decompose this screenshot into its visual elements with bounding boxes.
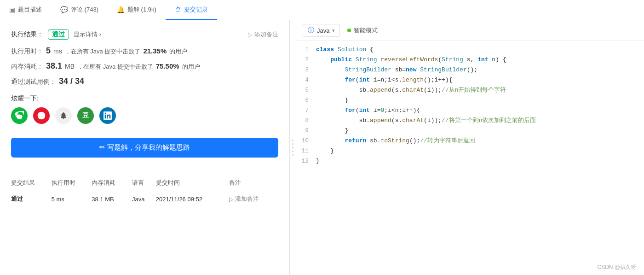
tab-description-label: 题目描述	[18, 6, 42, 14]
line-content: }	[316, 95, 644, 105]
col-header-note: 备注	[229, 176, 278, 190]
info-icon: ⓘ	[308, 26, 314, 35]
memory-value: 38.1	[46, 61, 62, 71]
code-line: 1class Solution {	[295, 45, 644, 55]
code-line: 7 for(int i=0;i<n;i++){	[295, 105, 644, 116]
line-number: 6	[295, 95, 316, 105]
line-content: }	[316, 156, 644, 166]
line-number: 5	[295, 85, 316, 95]
col-header-status: 提交结果	[11, 176, 52, 190]
history-submit-time: 2021/11/26 09:52	[156, 190, 230, 208]
code-line: 6 }	[295, 95, 644, 105]
tab-submissions-label: 提交记录	[184, 6, 208, 14]
douban-icon[interactable]: 豆	[77, 107, 94, 124]
code-line: 4 for(int i=n;i<s.length();i++){	[295, 75, 644, 85]
add-note-button[interactable]: ▷ 添加备注	[248, 30, 278, 39]
memory-beat-pct: 75.50%	[156, 62, 179, 70]
linkedin-icon[interactable]	[99, 107, 116, 124]
time-value: 5	[46, 46, 51, 56]
description-icon: ▣	[9, 6, 15, 13]
right-panel: ⓘ Java ▾ 智能模式 1class Solution {2 public …	[295, 20, 644, 275]
result-detail-link[interactable]: 显示详情 ›	[74, 30, 101, 39]
line-content: for(int i=n;i<s.length();i++){	[316, 75, 644, 85]
col-header-submit-time: 提交时间	[156, 176, 230, 190]
sep-dot-4	[292, 151, 293, 152]
flag-small-icon: ▷	[229, 196, 234, 203]
tab-submissions[interactable]: ⏱ 提交记录	[166, 0, 217, 20]
memory-beat-suffix: 的用户	[182, 63, 200, 71]
line-number: 9	[295, 126, 316, 136]
result-label: 执行结果：	[11, 30, 43, 39]
line-number: 11	[295, 146, 316, 156]
line-content: class Solution {	[316, 45, 644, 55]
code-line: 10 return sb.toString();//转为字符串后返回	[295, 136, 644, 146]
time-label: 执行用时：	[11, 47, 43, 56]
language-selector[interactable]: ⓘ Java ▾	[303, 24, 340, 37]
history-time: 5 ms	[52, 190, 92, 208]
weibo-icon[interactable]: 微	[33, 107, 50, 124]
tab-solutions[interactable]: 🔔 题解 (1.9k)	[108, 0, 166, 20]
code-line: 8 sb.append(s.charAt(i));//将第一个到n依次加到之前的…	[295, 116, 644, 126]
history-section: 提交结果 执行用时 内存消耗 语言 提交时间 备注 通过5 ms38.1 MBJ…	[11, 176, 278, 208]
memory-label: 内存消耗：	[11, 63, 43, 71]
solutions-icon: 🔔	[117, 6, 125, 13]
table-row: 通过5 ms38.1 MBJava2021/11/26 09:52▷添加备注	[11, 190, 278, 208]
svg-text:微: 微	[39, 113, 44, 118]
social-icons: 微 豆	[11, 107, 278, 124]
line-content: }	[316, 126, 644, 136]
code-area[interactable]: 1class Solution {2 public String reverse…	[295, 41, 644, 275]
line-number: 2	[295, 55, 316, 65]
line-content: }	[316, 146, 644, 156]
main-layout: 执行结果： 通过 显示详情 › ▷ 添加备注 执行用时： 5 ms ，在所有 J…	[0, 20, 644, 275]
line-content: return sb.toString();//转为字符串后返回	[316, 136, 644, 146]
wechat-icon[interactable]	[11, 107, 28, 124]
panel-separator	[290, 20, 295, 275]
line-number: 7	[295, 105, 316, 116]
sep-dot-5	[292, 154, 293, 156]
testcase-row: 通过测试用例： 34 / 34	[11, 76, 278, 86]
code-line: 2 public String reverseLeftWords(String …	[295, 55, 644, 65]
add-note-label: 添加备注	[254, 30, 278, 39]
flag-icon: ▷	[248, 31, 253, 38]
line-number: 10	[295, 136, 316, 146]
submissions-icon: ⏱	[175, 6, 181, 13]
result-row: 执行结果： 通过 显示详情 › ▷ 添加备注	[11, 29, 278, 40]
tab-comments[interactable]: 💬 评论 (743)	[51, 0, 108, 20]
write-solution-button[interactable]: ✏ 写题解，分享我的解题思路	[11, 138, 278, 158]
line-number: 12	[295, 156, 316, 166]
history-lang: Java	[132, 190, 156, 208]
line-content: for(int i=0;i<n;i++){	[316, 105, 644, 116]
smart-mode: 智能模式	[347, 26, 378, 35]
chevron-down-icon: ▾	[332, 28, 335, 34]
testcase-label: 通过测试用例：	[11, 78, 56, 86]
tab-comments-label: 评论 (743)	[71, 6, 98, 14]
col-header-memory: 内存消耗	[92, 176, 132, 190]
memory-beat-text: ，在所有 Java 提交中击败了	[77, 63, 153, 71]
tab-description[interactable]: ▣ 题目描述	[0, 0, 51, 20]
line-number: 8	[295, 116, 316, 126]
line-content: StringBuilder sb=new StringBuilder();	[316, 65, 644, 75]
history-status[interactable]: 通过	[11, 190, 52, 208]
line-content: public String reverseLeftWords(String s,…	[316, 55, 644, 65]
history-note[interactable]: ▷添加备注	[229, 190, 278, 208]
bell-icon[interactable]	[55, 107, 72, 124]
time-beat-suffix: 的用户	[169, 47, 187, 56]
col-header-time: 执行用时	[52, 176, 92, 190]
code-line: 5 sb.append(s.charAt(i));//从n开始得到每个字符	[295, 85, 644, 95]
code-line: 3 StringBuilder sb=new StringBuilder();	[295, 65, 644, 75]
tab-solutions-label: 题解 (1.9k)	[127, 6, 156, 14]
line-number: 3	[295, 65, 316, 75]
time-beat-pct: 21.35%	[143, 47, 167, 55]
memory-stat-row: 内存消耗： 38.1 MB ，在所有 Java 提交中击败了 75.50% 的用…	[11, 61, 278, 71]
result-status: 通过	[48, 29, 69, 40]
left-panel: 执行结果： 通过 显示详情 › ▷ 添加备注 执行用时： 5 ms ，在所有 J…	[0, 20, 290, 275]
time-stat-row: 执行用时： 5 ms ，在所有 Java 提交中击败了 21.35% 的用户	[11, 46, 278, 56]
lang-label: Java	[317, 27, 329, 34]
code-line: 12}	[295, 156, 644, 166]
testcase-value: 34 / 34	[59, 76, 84, 86]
time-beat-text: ，在所有 Java 提交中击败了	[65, 47, 141, 56]
line-content: sb.append(s.charAt(i));//从n开始得到每个字符	[316, 85, 644, 95]
history-memory: 38.1 MB	[92, 190, 132, 208]
history-table: 提交结果 执行用时 内存消耗 语言 提交时间 备注 通过5 ms38.1 MBJ…	[11, 176, 278, 208]
comments-icon: 💬	[60, 6, 68, 13]
